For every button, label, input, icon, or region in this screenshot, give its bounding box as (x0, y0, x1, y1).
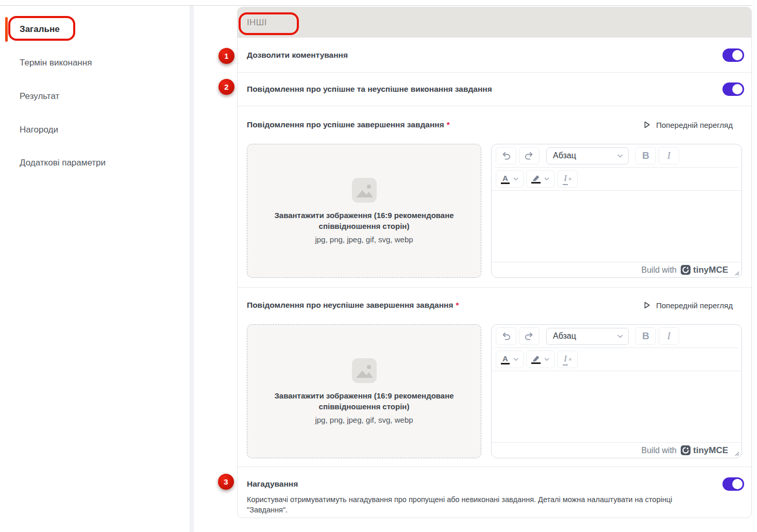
success-message-editor: Абзац B I A (491, 144, 742, 278)
upload-caption: Завантажити зображення (16:9 рекомендова… (261, 210, 467, 231)
toggle-knob (732, 479, 743, 489)
failure-editor-content-area[interactable] (492, 371, 742, 442)
required-asterisk: * (447, 120, 450, 129)
upload-formats: jpg, png, jpeg, gif, svg, webp (315, 415, 413, 424)
redo-button[interactable] (519, 327, 540, 345)
chevron-down-icon (544, 177, 549, 180)
paragraph-style-select[interactable]: Абзац (546, 147, 629, 164)
section-header: ІНШІ (238, 7, 751, 38)
upload-caption: Завантажити зображення (16:9 рекомендова… (261, 390, 467, 412)
completion-messages-label: Повідомлення про успішне та неуспішне ви… (247, 85, 492, 94)
redo-button[interactable] (519, 147, 540, 164)
editor-footer: Build with tinyMCE (492, 442, 742, 458)
italic-button[interactable]: I (659, 147, 679, 164)
allow-comments-row: Дозволити коментування (238, 38, 751, 73)
toggle-knob (732, 50, 743, 60)
annotation-number-3: 3 (218, 474, 234, 490)
clear-formatting-button[interactable]: I× (557, 170, 578, 188)
editor-toolbar-row2: A I× (492, 168, 742, 190)
allow-comments-toggle[interactable] (722, 48, 744, 62)
undo-button[interactable] (496, 327, 516, 345)
editor-toolbar-row1: Абзац B I (492, 325, 742, 347)
sidebar-item-result[interactable]: Результат (20, 91, 59, 102)
sidebar-item-deadline[interactable]: Термін виконання (20, 58, 92, 68)
undo-icon (500, 330, 512, 342)
completion-messages-toggle[interactable] (722, 82, 744, 96)
annotation-number-1: 1 (218, 48, 234, 64)
chevron-down-icon (544, 358, 549, 361)
success-image-upload-dropzone[interactable]: Завантажити зображення (16:9 рекомендова… (247, 144, 481, 278)
clear-formatting-button[interactable]: I× (557, 351, 578, 368)
preview-play-icon (642, 120, 651, 129)
tinymce-brand: tinyMCE (681, 265, 728, 275)
chevron-down-icon (513, 358, 518, 361)
text-color-button[interactable]: A (496, 351, 524, 368)
settings-sidebar: Загальне Термін виконання Результат Наго… (0, 6, 190, 532)
tinymce-logo-icon (681, 265, 691, 275)
failure-message-section: Повідомлення про неуспішне завершення за… (238, 288, 751, 467)
failure-preview-button[interactable]: Попередній перегляд (642, 301, 733, 310)
sidebar-item-additional-params[interactable]: Додаткові параметри (20, 158, 106, 168)
toggle-knob (732, 84, 743, 94)
redo-icon (524, 150, 535, 161)
editor-footer: Build with tinyMCE (492, 262, 742, 277)
reminder-row: Нагадування Користувачі отримуватимуть н… (238, 467, 751, 518)
success-message-title: Повідомлення про успішне завершення завд… (247, 120, 450, 129)
bold-button[interactable]: B (635, 327, 656, 345)
preview-play-icon (642, 301, 651, 310)
chevron-down-icon (617, 154, 623, 158)
paragraph-style-select[interactable]: Абзац (546, 328, 629, 345)
success-editor-content-area[interactable] (492, 190, 742, 262)
highlighter-icon (531, 174, 541, 184)
redo-icon (524, 330, 535, 342)
tinymce-brand: tinyMCE (681, 445, 728, 456)
reminder-description: Користувачі отримуватимуть нагадування п… (247, 494, 700, 515)
resize-handle[interactable] (734, 270, 739, 276)
text-color-button[interactable]: A (496, 170, 524, 188)
success-message-section: Повідомлення про успішне завершення завд… (238, 106, 751, 288)
annotation-number-2: 2 (218, 79, 234, 95)
failure-image-upload-dropzone[interactable]: Завантажити зображення (16:9 рекомендова… (247, 324, 481, 458)
completion-messages-row: Повідомлення про успішне та неуспішне ви… (238, 73, 751, 106)
sidebar-item-rewards[interactable]: Нагороди (20, 125, 58, 135)
undo-button[interactable] (496, 147, 516, 164)
highlight-color-button[interactable] (526, 351, 554, 368)
chevron-down-icon (617, 335, 623, 338)
reminder-toggle[interactable] (722, 477, 744, 491)
reminder-label: Нагадування (247, 479, 298, 489)
highlighter-icon (531, 355, 541, 364)
section-header-title: ІНШІ (247, 18, 267, 28)
success-preview-button[interactable]: Попередній перегляд (642, 120, 733, 129)
sidebar-divider (190, 6, 194, 532)
active-item-indicator (5, 17, 8, 42)
tinymce-logo-icon (681, 445, 691, 455)
undo-icon (500, 150, 512, 161)
bold-button[interactable]: B (635, 147, 656, 164)
allow-comments-label: Дозволити коментування (247, 51, 348, 60)
settings-card: ІНШІ Дозволити коментування Повідомлення… (237, 7, 752, 518)
upload-formats: jpg, png, jpeg, gif, svg, webp (315, 235, 413, 244)
italic-button[interactable]: I (659, 327, 679, 345)
image-placeholder-icon (352, 178, 377, 203)
editor-toolbar-row2: A I× (492, 348, 742, 371)
resize-handle[interactable] (734, 451, 739, 456)
image-placeholder-icon (352, 358, 377, 383)
highlight-color-button[interactable] (526, 170, 554, 188)
task-settings-page: Загальне Термін виконання Результат Наго… (0, 0, 757, 532)
required-asterisk: * (456, 301, 459, 309)
sidebar-item-general[interactable]: Загальне (20, 24, 60, 35)
failure-message-title: Повідомлення про неуспішне завершення за… (247, 301, 459, 310)
editor-toolbar-row1: Абзац B I (492, 144, 742, 167)
chevron-down-icon (513, 177, 518, 180)
failure-message-editor: Абзац B I A (491, 324, 742, 458)
